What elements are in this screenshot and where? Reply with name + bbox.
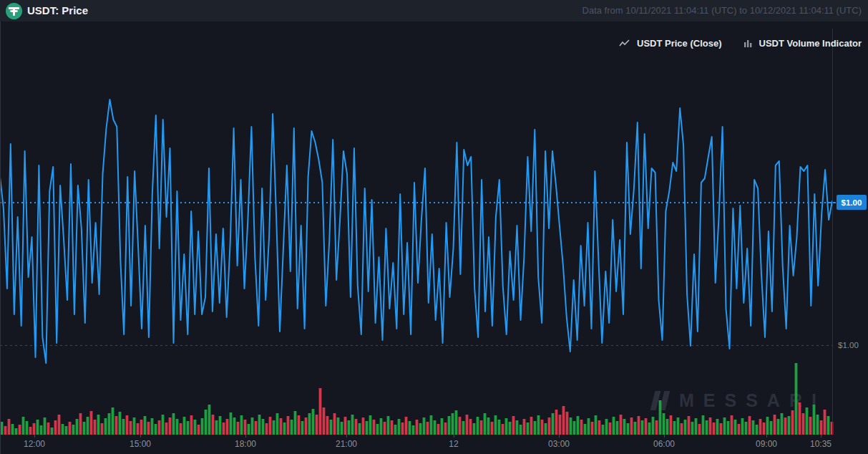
volume-bar bbox=[251, 417, 254, 435]
volume-bar bbox=[8, 419, 11, 435]
volume-bar bbox=[791, 410, 794, 435]
time-axis-tick bbox=[34, 435, 35, 438]
volume-bar bbox=[319, 388, 322, 435]
volume-bar bbox=[391, 420, 394, 435]
volume-bar bbox=[781, 413, 784, 435]
volume-bar bbox=[709, 417, 712, 435]
volume-bar bbox=[140, 420, 143, 435]
volume-bar bbox=[502, 424, 504, 435]
volume-bar bbox=[194, 420, 197, 435]
time-axis-label: 15:00 bbox=[130, 439, 151, 449]
volume-bar bbox=[26, 421, 29, 435]
volume-bar bbox=[176, 419, 179, 435]
volume-bar bbox=[484, 413, 487, 435]
volume-bar bbox=[598, 420, 601, 435]
volume-bar bbox=[498, 420, 501, 435]
volume-bar bbox=[426, 422, 429, 435]
volume-bar bbox=[180, 423, 182, 435]
volume-bar bbox=[566, 412, 569, 435]
volume-bar bbox=[738, 424, 741, 435]
volume-bar bbox=[65, 426, 68, 435]
volume-bar bbox=[97, 415, 100, 435]
volume-bar bbox=[87, 417, 89, 435]
line-chart-icon bbox=[619, 39, 630, 48]
volume-bar bbox=[44, 417, 47, 435]
volume-bar bbox=[666, 419, 669, 435]
volume-bar bbox=[716, 419, 719, 435]
volume-bar bbox=[609, 422, 612, 435]
time-axis-label: 18:00 bbox=[235, 439, 256, 449]
volume-bar bbox=[545, 423, 547, 435]
volume-bar bbox=[244, 420, 247, 435]
volume-bar bbox=[587, 418, 590, 435]
volume-bar bbox=[770, 421, 773, 435]
volume-bar bbox=[187, 421, 190, 435]
time-axis-label: 09:00 bbox=[756, 439, 777, 449]
legend-item-price[interactable]: USDT Price (Close) bbox=[619, 38, 721, 49]
volume-bar bbox=[215, 420, 218, 435]
volume-bar bbox=[638, 416, 640, 435]
volume-bar bbox=[258, 415, 261, 435]
volume-bar bbox=[423, 417, 426, 435]
volume-bar bbox=[487, 417, 490, 435]
volume-bar bbox=[308, 413, 311, 435]
volume-bar bbox=[219, 416, 222, 435]
price-volume-chart-canvas[interactable] bbox=[0, 0, 868, 454]
volume-bar bbox=[702, 415, 705, 435]
volume-bar bbox=[341, 422, 343, 435]
volume-bar bbox=[348, 420, 351, 435]
volume-bar bbox=[255, 421, 258, 435]
volume-bar bbox=[190, 415, 193, 435]
volume-bar bbox=[22, 417, 25, 435]
volume-bar bbox=[630, 417, 633, 435]
volume-bar bbox=[51, 428, 54, 435]
volume-bar bbox=[79, 413, 82, 435]
volume-bar bbox=[183, 417, 186, 435]
volume-bar bbox=[530, 417, 533, 435]
volume-bar bbox=[659, 400, 662, 435]
volume-bar bbox=[434, 420, 437, 435]
volume-bar bbox=[477, 417, 479, 435]
volume-bar bbox=[298, 415, 301, 435]
usdt-price-line bbox=[0, 100, 832, 363]
volume-bar bbox=[69, 422, 72, 435]
time-axis-tick bbox=[140, 435, 141, 438]
volume-bar bbox=[555, 410, 558, 435]
volume-bar bbox=[527, 422, 530, 435]
volume-bar bbox=[337, 417, 340, 435]
time-axis[interactable]: 12:0015:0018:0021:001203:0006:0009:0010:… bbox=[0, 435, 868, 454]
volume-bar bbox=[169, 417, 172, 435]
volume-bar bbox=[101, 423, 104, 435]
volume-bar bbox=[766, 417, 769, 435]
volume-bar bbox=[29, 427, 32, 435]
volume-bar bbox=[119, 412, 122, 435]
time-axis-tick bbox=[821, 435, 821, 438]
volume-bar bbox=[223, 422, 225, 435]
volume-bar bbox=[634, 422, 637, 435]
volume-bar bbox=[126, 415, 129, 435]
chart-legend: USDT Price (Close) USDT Volume Indicator bbox=[619, 38, 862, 49]
legend-item-volume[interactable]: USDT Volume Indicator bbox=[743, 38, 862, 49]
volume-bar bbox=[155, 424, 157, 435]
volume-bar bbox=[240, 415, 243, 435]
volume-bar bbox=[552, 413, 555, 435]
time-axis-label: 03:00 bbox=[548, 439, 570, 449]
volume-bar bbox=[326, 416, 329, 435]
volume-bar bbox=[523, 419, 526, 435]
volume-bar bbox=[813, 405, 816, 435]
volume-bar bbox=[144, 416, 147, 435]
volume-bar bbox=[419, 423, 422, 435]
volume-bar bbox=[437, 424, 440, 435]
volume-bar bbox=[265, 423, 268, 435]
volume-bar bbox=[359, 423, 361, 435]
volume-bar bbox=[595, 415, 598, 435]
volume-bar bbox=[316, 415, 318, 435]
volume-bar bbox=[537, 415, 540, 435]
time-axis-tick bbox=[245, 435, 246, 438]
time-axis-tick bbox=[766, 435, 767, 438]
volume-bar bbox=[162, 415, 165, 435]
volume-bar bbox=[362, 417, 365, 435]
volume-bar bbox=[759, 419, 762, 435]
volume-bar bbox=[54, 420, 57, 435]
volume-bar bbox=[806, 407, 809, 435]
